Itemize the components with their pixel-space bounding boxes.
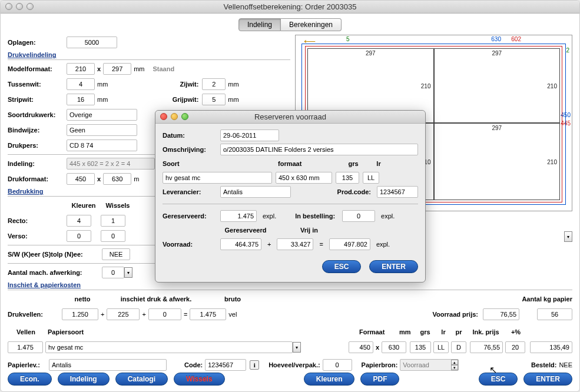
info-icon[interactable]: i xyxy=(250,360,259,370)
tab-berekeningen[interactable]: Berekeningen xyxy=(281,18,342,31)
dlg-lr-input[interactable] xyxy=(363,172,379,184)
section-drukvelindeling: Drukvelindeling xyxy=(8,51,290,58)
papiersoort-dropdown-icon[interactable]: ▾ xyxy=(293,342,301,353)
vellen-input[interactable] xyxy=(8,341,43,353)
soortdrukwerk-select[interactable] xyxy=(67,109,137,121)
aantal-input[interactable] xyxy=(102,267,124,278)
indeling-button[interactable]: Indeling xyxy=(58,373,110,386)
bindwijze-select[interactable] xyxy=(67,124,137,136)
grijpwit-input[interactable] xyxy=(202,94,226,105)
leverancier-label: Leverancier: xyxy=(163,188,217,195)
drukpers-select[interactable] xyxy=(67,139,137,151)
kleuren-hdr: Kleuren xyxy=(67,202,101,209)
main-enter-button[interactable]: ENTER xyxy=(523,373,572,386)
dim-630: 630 xyxy=(491,36,501,42)
lr-input[interactable] xyxy=(433,341,449,353)
sw-label: S/W (K)eer (S)tolp (N)ee: xyxy=(8,251,102,258)
drukformaat-w-input[interactable] xyxy=(67,173,95,185)
dv-bruto[interactable] xyxy=(190,308,226,320)
omschrijving-label: Omschrijving: xyxy=(163,146,217,153)
traffic-lights xyxy=(5,3,34,10)
recto-wissels[interactable] xyxy=(101,215,125,227)
model-h-input[interactable] xyxy=(103,63,131,75)
dialog-close-icon[interactable] xyxy=(160,113,167,120)
hoeveel-label: Hoeveel/verpak.: xyxy=(269,361,320,368)
recto-kleuren[interactable] xyxy=(67,215,91,227)
voorraad-b xyxy=(277,238,313,250)
voorraadprijs-label: Voorraad prijs: xyxy=(433,311,478,318)
dv-a[interactable] xyxy=(107,308,140,320)
view-tabs: Indeling Berekeningen xyxy=(8,18,572,31)
stepper-up-icon[interactable]: ▴ xyxy=(451,360,458,365)
soortdrukwerk-label: Soortdrukwerk: xyxy=(8,111,67,118)
indeling-label: Indeling: xyxy=(8,160,67,167)
zoom-icon[interactable] xyxy=(26,3,34,10)
oplagen-input[interactable] xyxy=(67,36,117,48)
leverancier-input[interactable] xyxy=(220,186,291,198)
dialog-minimize-icon[interactable] xyxy=(171,113,178,120)
gereserveerd-input[interactable] xyxy=(220,210,257,222)
catalogi-button[interactable]: Catalogi xyxy=(115,373,168,386)
papierbron-label: Papierbron: xyxy=(362,361,398,368)
fmt-w[interactable] xyxy=(349,341,373,353)
hoeveel-input[interactable] xyxy=(323,359,352,371)
tussenwit-input[interactable] xyxy=(67,78,95,90)
papiersoort-select[interactable] xyxy=(45,341,293,353)
main-esc-button[interactable]: ESC xyxy=(479,373,518,386)
code-input[interactable] xyxy=(205,359,246,371)
window-title: Vellenoffsetberekening: Order 2003035 xyxy=(1,2,579,11)
pr-input[interactable] xyxy=(451,341,466,353)
wissels-button[interactable]: Wissels xyxy=(174,373,225,386)
dialog-esc-button[interactable]: ESC xyxy=(322,260,362,273)
right-dropdown-icon[interactable]: ▾ xyxy=(564,231,572,242)
econ-button[interactable]: Econ. xyxy=(8,373,52,386)
dialog-title: Reserveren voorraad xyxy=(155,112,425,121)
model-w-input[interactable] xyxy=(67,63,95,75)
aantal-dropdown-icon[interactable]: ▾ xyxy=(124,267,132,278)
pct-input[interactable] xyxy=(505,341,525,353)
voorraadprijs[interactable] xyxy=(483,308,519,320)
wissels-hdr: Wissels xyxy=(101,202,135,209)
datum-input[interactable] xyxy=(220,129,279,141)
formaat-input[interactable] xyxy=(276,172,332,184)
grijpwit-label: Grijpwit: xyxy=(163,96,198,103)
bindwijze-label: Bindwijze: xyxy=(8,127,67,134)
soort-input[interactable] xyxy=(163,172,272,184)
stepper-down-icon[interactable]: ▾ xyxy=(451,365,458,370)
dv-b[interactable] xyxy=(148,308,181,320)
verso-kleuren[interactable] xyxy=(67,230,91,242)
gereserveerd-hdr: Gereserveerd xyxy=(220,227,271,234)
prodcode-input[interactable] xyxy=(377,186,418,198)
prodcode-label: Prod.code: xyxy=(337,188,371,195)
omschrijving-input[interactable] xyxy=(220,144,418,155)
papierlev-label: Papierlev.: xyxy=(8,361,49,368)
drukformaat-label: Drukformaat: xyxy=(8,175,67,182)
papierbron-select[interactable] xyxy=(400,359,459,371)
grs-input[interactable] xyxy=(410,341,431,353)
recto-label: Recto: xyxy=(8,217,67,224)
papierlev-input[interactable] xyxy=(49,359,167,371)
besteld-label: Besteld: xyxy=(531,361,556,368)
verso-wissels[interactable] xyxy=(101,230,125,242)
stripwit-label: Stripwit: xyxy=(8,96,67,103)
tab-indeling[interactable]: Indeling xyxy=(238,18,281,31)
orientation-label: Staand xyxy=(153,65,174,72)
zijwit-input[interactable] xyxy=(202,78,226,90)
dialog-enter-button[interactable]: ENTER xyxy=(369,260,418,273)
minimize-icon[interactable] xyxy=(16,3,23,10)
dialog-zoom-icon[interactable] xyxy=(181,113,188,120)
kleuren-button[interactable]: Kleuren xyxy=(304,373,355,386)
inbestelling-input[interactable] xyxy=(342,210,375,222)
oplagen-label: Oplagen: xyxy=(8,39,67,46)
close-icon[interactable] xyxy=(5,3,12,10)
dv-netto[interactable] xyxy=(62,308,98,320)
dlg-grs-input[interactable] xyxy=(336,172,359,184)
titlebar: Vellenoffsetberekening: Order 2003035 xyxy=(1,1,579,14)
stripwit-input[interactable] xyxy=(67,94,95,105)
inkprijs-input[interactable] xyxy=(470,341,503,353)
pdf-button[interactable]: PDF xyxy=(360,373,399,386)
tussenwit-label: Tussenwit: xyxy=(8,81,67,88)
fmt-h[interactable] xyxy=(382,341,406,353)
sw-input[interactable] xyxy=(102,248,130,260)
drukformaat-h-input[interactable] xyxy=(103,173,131,185)
